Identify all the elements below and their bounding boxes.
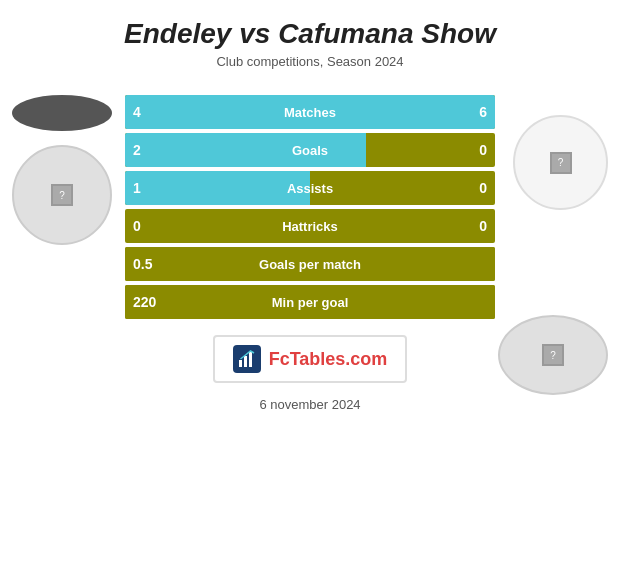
avatar-right: ?	[513, 115, 608, 210]
logo-text-prefix: Fc	[269, 349, 290, 369]
chart-icon	[238, 350, 256, 368]
logo-text-suffix: Tables.com	[290, 349, 388, 369]
stat-label-min-per-goal: Min per goal	[125, 295, 495, 310]
stats-rows: 4 Matches 6 2 Goals 0 1 Assists 0 0	[125, 95, 495, 319]
page-container: Endeley vs Cafumana Show Club competitio…	[0, 0, 620, 580]
avatar-left-top	[12, 95, 112, 131]
stat-label-assists: Assists	[125, 181, 495, 196]
stat-row-goals-per-match: 0.5 Goals per match	[125, 247, 495, 281]
stat-label-goals-per-match: Goals per match	[125, 257, 495, 272]
stat-row-assists: 1 Assists 0	[125, 171, 495, 205]
svg-rect-0	[239, 360, 242, 367]
stat-label-matches: Matches	[125, 105, 495, 120]
stat-right-goals: 0	[479, 142, 487, 158]
stat-right-hattricks: 0	[479, 218, 487, 234]
header: Endeley vs Cafumana Show Club competitio…	[0, 0, 620, 77]
logo-box: FcTables.com	[213, 335, 408, 383]
avatar-left: ?	[12, 145, 112, 245]
avatar-right-bottom: ?	[498, 315, 608, 395]
stat-row-min-per-goal: 220 Min per goal	[125, 285, 495, 319]
avatar-left-placeholder: ?	[51, 184, 73, 206]
avatar-right-placeholder: ?	[550, 152, 572, 174]
page-subtitle: Club competitions, Season 2024	[20, 54, 600, 69]
svg-rect-1	[244, 356, 247, 367]
page-title: Endeley vs Cafumana Show	[20, 18, 600, 50]
date-display: 6 november 2024	[0, 397, 620, 412]
stats-section: ? ? ? 4 Matches 6 2 Goals 0	[0, 95, 620, 319]
stat-right-matches: 6	[479, 104, 487, 120]
stat-row-matches: 4 Matches 6	[125, 95, 495, 129]
stat-label-goals: Goals	[125, 143, 495, 158]
stat-right-assists: 0	[479, 180, 487, 196]
stat-row-goals: 2 Goals 0	[125, 133, 495, 167]
avatar-right-bottom-placeholder: ?	[542, 344, 564, 366]
stat-label-hattricks: Hattricks	[125, 219, 495, 234]
logo-text: FcTables.com	[269, 349, 388, 370]
svg-rect-2	[249, 352, 252, 367]
stat-row-hattricks: 0 Hattricks 0	[125, 209, 495, 243]
logo-icon	[233, 345, 261, 373]
